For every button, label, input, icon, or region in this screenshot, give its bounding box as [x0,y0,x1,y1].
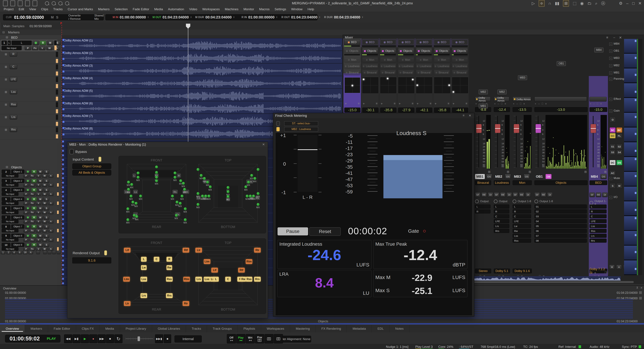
menu-clips[interactable]: Clips [41,8,48,11]
v-button[interactable]: V [36,174,41,178]
field-spinner[interactable]: ⇕ [190,16,192,18]
w-button[interactable]: W [42,210,47,214]
loudness-button[interactable]: Loudness [380,64,396,69]
mute-button[interactable]: M [38,170,43,174]
automation-icon[interactable]: Ⓐ [601,0,605,6]
timeline-ruler[interactable]: Main :Samples 01:00:59:02000 01:00:00:00… [0,22,644,30]
ready-button[interactable]: R [32,243,37,247]
clip-marker[interactable] [62,45,64,48]
input-select[interactable]: No Input [2,192,18,196]
shuttle-button[interactable]: ● [164,334,171,343]
zoom-preset-2[interactable]: 2 [6,250,11,254]
v-button[interactable]: V [36,192,41,196]
clip-marker[interactable] [62,186,64,188]
p-button[interactable]: P [23,183,29,187]
clip-marker[interactable] [62,228,64,229]
channel-LFE[interactable]: LFE [494,219,509,223]
channel-L[interactable]: L [494,204,509,208]
re-button[interactable]: RE [482,192,487,197]
mute-button[interactable]: M [38,206,43,210]
clip-marker[interactable] [62,218,64,220]
track-name-box[interactable]: Object 8 [11,234,24,238]
bus-tag-mb2[interactable]: MB2 [494,174,504,179]
channel-07[interactable]: 07 [534,234,587,238]
input-select[interactable]: No Input [2,229,18,232]
output-speaker-rw[interactable]: Rw [166,265,172,270]
channel-L[interactable]: L [590,204,606,208]
ready-button[interactable]: R [40,40,46,45]
bypass-checkbox[interactable] [70,149,74,154]
track-header-bed-lrs[interactable]: ⊞Lrs [0,114,62,127]
strip-value[interactable]: -44.1 [452,108,468,112]
record-button[interactable] [25,170,30,174]
solo-button[interactable]: S [44,188,49,192]
bus-label[interactable]: MB2 : Loudness [284,127,318,132]
channel-Lrs[interactable]: Lrs [494,224,509,228]
mute-button[interactable]: M [47,40,53,45]
collapse-icon[interactable]: ⊟ [2,30,5,34]
channel-01[interactable]: 01 [534,204,587,208]
clip-marker[interactable] [62,260,64,262]
clip-marker[interactable] [62,264,64,266]
output-speaker-ltf[interactable]: Ltf [211,268,218,273]
objects-button[interactable]: Objects [380,48,396,54]
pan-pad[interactable] [344,77,360,93]
field-spinner[interactable]: ⇕ [233,16,235,18]
track-name-box[interactable]: Object 9 [11,243,24,247]
menu-markers[interactable]: Markers [98,8,110,11]
input-select[interactable]: No Input [2,174,18,178]
fader-track[interactable] [538,116,538,167]
binaural-button[interactable]: Binaural [452,70,468,75]
zoom-preset-16[interactable]: 16 [23,250,28,254]
field-value[interactable]: 00:04:23:04000 [206,15,232,20]
shared-mix[interactable]: Shared Mix [94,14,104,21]
channel-R[interactable]: R [590,210,606,214]
solo-button[interactable]: S [44,216,49,220]
routing-tag-mb2[interactable]: MB2 [498,90,506,94]
menu-workspaces[interactable]: Workspaces [202,8,220,11]
mute-flag[interactable]: M [51,16,54,19]
insert-icon[interactable]: + [513,102,514,105]
expand-icon[interactable]: ⊞ [5,128,7,132]
mon-button[interactable]: Mon [416,57,432,62]
renderer-close-icon[interactable]: ✕ [262,142,265,146]
clip-marker[interactable] [62,150,64,152]
insert-icon[interactable]: + [590,102,591,105]
menu-automation[interactable]: Automation [168,8,184,11]
strip-value[interactable]: -42.1 [416,108,432,112]
collapse-icon[interactable]: ⊟ [6,36,8,39]
track-header-object-5[interactable]: 5Object 4RMSNo InputPFxVWA [0,197,61,206]
strip-value[interactable]: -35.8 [380,108,396,112]
bus-tag-mb4[interactable]: MB4 [590,174,599,179]
output-speaker-lss[interactable]: Lss [204,277,210,282]
fader-cap[interactable] [590,124,596,133]
output-speaker-l[interactable]: L [141,257,147,262]
channel-Rss[interactable]: Rss [590,229,606,233]
tab-fade-editor[interactable]: Fade Editor [48,325,76,332]
channel-LFE[interactable]: LFE [512,219,531,223]
channel-R[interactable]: R [475,210,490,214]
ob-button[interactable]: OB [546,174,552,179]
grid-icon[interactable]: ⊞ [507,170,509,174]
small-toggle[interactable] [57,250,60,254]
clip-marker[interactable] [62,159,64,161]
menu-machines[interactable]: Machines [225,8,238,11]
re-button[interactable]: RE [500,192,506,197]
menu-edit[interactable]: Edit [19,8,24,11]
bus-toggle[interactable] [276,121,280,126]
pan-pad[interactable] [380,77,396,93]
os-button[interactable]: OS [486,174,492,179]
tab-workspaces[interactable]: Workspaces [261,325,290,332]
sync-source-select[interactable]: Internal [174,336,202,342]
channel-05[interactable]: 05 [534,224,587,228]
master-value[interactable]: -15.0 [590,107,607,112]
ready-button[interactable]: R [32,179,37,183]
fx-button[interactable]: Fx [30,192,35,196]
channel-C[interactable]: C [512,214,531,218]
automation-wrt-button[interactable]: Wrt▶◀ [246,334,255,344]
tab-fx-rendering[interactable]: FX Rendering [316,325,347,332]
objects-button[interactable]: Objects [452,48,468,54]
di-button[interactable]: DI [525,192,531,197]
bed-button[interactable]: BED [380,40,396,45]
pan-pad[interactable] [362,77,378,93]
